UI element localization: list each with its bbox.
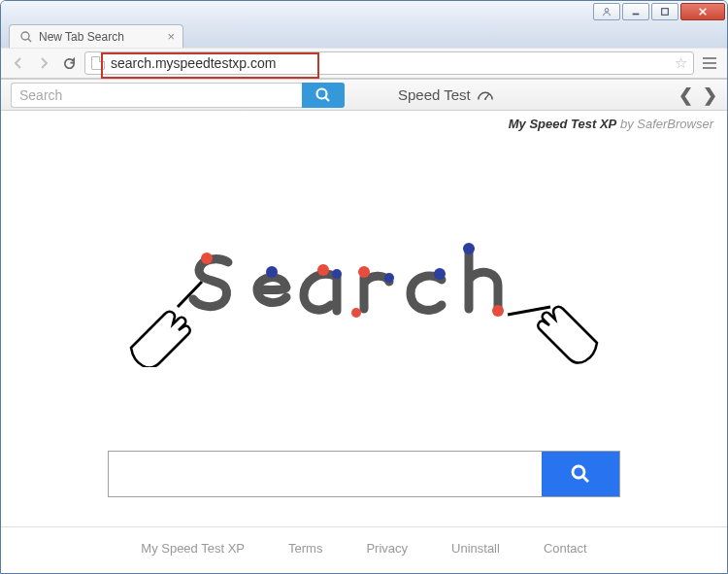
svg-point-17: [492, 305, 504, 317]
browser-tab[interactable]: New Tab Search ×: [9, 24, 183, 48]
toolbar-prev-icon[interactable]: ❮: [678, 84, 693, 106]
browser-window: New Tab Search × search.myspeedtestxp.co…: [0, 0, 728, 574]
tab-title: New Tab Search: [39, 30, 124, 44]
svg-point-10: [266, 266, 278, 278]
svg-point-3: [21, 32, 29, 40]
reload-button[interactable]: [59, 53, 79, 73]
svg-point-13: [358, 266, 370, 278]
toolbar-search-button[interactable]: [302, 83, 345, 108]
user-button[interactable]: [593, 3, 620, 20]
minimize-button[interactable]: [622, 3, 649, 20]
svg-line-22: [583, 477, 588, 482]
speedtest-icon: [477, 88, 494, 102]
tab-strip: New Tab Search ×: [1, 22, 727, 48]
window-titlebar: [1, 1, 727, 22]
footer-link[interactable]: Uninstall: [451, 541, 500, 556]
main-search-row: [1, 451, 727, 526]
svg-point-9: [201, 253, 213, 264]
speedtest-label: Speed Test: [398, 86, 471, 103]
footer-link[interactable]: Contact: [544, 541, 587, 556]
speedtest-link[interactable]: Speed Test: [398, 86, 494, 103]
page-icon: [91, 56, 105, 70]
back-button[interactable]: [9, 53, 28, 73]
footer: My Speed Test XP Terms Privacy Uninstall…: [1, 526, 727, 573]
maximize-button[interactable]: [651, 3, 678, 20]
branding-row: My Speed Test XP by SaferBrowser: [1, 111, 727, 137]
bookmark-star-icon[interactable]: ☆: [675, 54, 687, 72]
brand-title: My Speed Test XP: [509, 117, 617, 131]
close-button[interactable]: [680, 3, 725, 20]
footer-link[interactable]: My Speed Test XP: [141, 541, 245, 556]
search-logo: [102, 221, 626, 367]
toolbar-search-input[interactable]: [11, 83, 302, 108]
toolbar-nav-arrows: ❮ ❯: [678, 84, 717, 106]
forward-button[interactable]: [34, 53, 53, 73]
svg-point-16: [463, 243, 475, 254]
footer-link[interactable]: Privacy: [366, 541, 408, 556]
url-text: search.myspeedtestxp.com: [111, 55, 276, 71]
logo-area: [1, 137, 727, 451]
svg-line-6: [326, 97, 330, 101]
tab-close-icon[interactable]: ×: [167, 29, 175, 44]
svg-line-7: [485, 94, 489, 99]
main-search-button[interactable]: [542, 452, 619, 496]
svg-point-5: [317, 88, 327, 98]
svg-point-15: [434, 268, 446, 280]
main-search-input[interactable]: [109, 452, 542, 496]
svg-line-4: [28, 39, 31, 42]
address-bar[interactable]: search.myspeedtestxp.com ☆: [84, 51, 694, 75]
page-content: Speed Test ❮ ❯ My Speed Test XP by Safer…: [1, 79, 727, 573]
brand-byline: by SaferBrowser: [620, 117, 713, 131]
tab-favicon: [19, 30, 33, 44]
svg-rect-2: [662, 9, 669, 16]
svg-point-21: [573, 466, 584, 478]
svg-point-11: [317, 264, 329, 276]
svg-point-18: [351, 308, 361, 318]
svg-point-8: [484, 98, 486, 100]
svg-point-14: [384, 273, 394, 283]
svg-point-12: [332, 269, 342, 279]
url-bar-row: search.myspeedtestxp.com ☆: [1, 48, 727, 79]
svg-point-0: [605, 9, 609, 13]
menu-button[interactable]: [700, 53, 719, 73]
svg-rect-1: [633, 14, 640, 16]
extension-toolbar: Speed Test ❮ ❯: [1, 80, 727, 111]
toolbar-next-icon[interactable]: ❯: [703, 84, 717, 106]
footer-link[interactable]: Terms: [288, 541, 322, 556]
